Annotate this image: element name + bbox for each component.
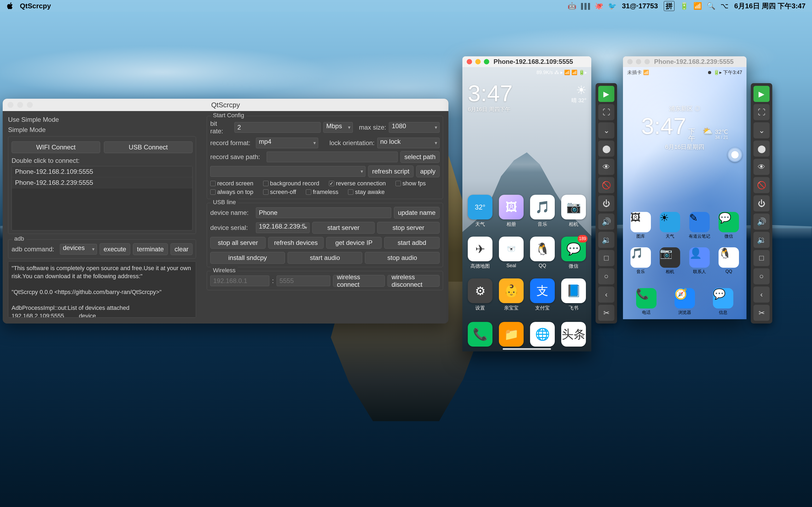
wifi-connect-button[interactable]: WIFI Connect [11,142,100,153]
stop-all-server-button[interactable]: stop all server [210,237,265,249]
cut-icon[interactable]: ✂ [754,305,770,321]
bird-icon[interactable]: 🐦 [608,2,616,10]
close-icon[interactable] [627,59,632,64]
bitrate-unit-select[interactable]: Mbps [323,122,353,133]
app-icon[interactable]: 🐧 [719,247,739,268]
power-icon[interactable]: ⏻ [754,195,770,211]
circle-icon[interactable]: ○ [754,268,770,284]
app-icon[interactable]: 💬189 [561,237,586,261]
qtscrcpy-titlebar[interactable]: QtScrcpy [3,99,448,111]
app-Seal[interactable]: 🐻‍❄️Seal [498,237,524,269]
app-icon[interactable]: 32° [468,195,493,219]
stay-awake-checkbox[interactable]: stay awake [348,188,385,195]
record-format-select[interactable]: mp4 [256,137,318,148]
app-亲宝宝[interactable]: 👶亲宝宝 [498,278,524,311]
app-dock[interactable]: 🌐 [529,322,555,347]
back-icon[interactable]: ‹ [598,286,614,302]
record-save-path-input[interactable] [267,152,398,162]
always-on-top-checkbox[interactable]: always on top [210,188,253,195]
wireless-connect-button[interactable]: wireless connect [333,275,385,287]
app-相机[interactable]: 📷相机 [561,195,587,227]
stop-server-button[interactable]: stop server [377,222,440,234]
minimize-icon[interactable] [475,59,480,64]
fullscreen-icon[interactable]: ⛶ [754,104,770,120]
search-icon[interactable]: 🔍 [707,2,715,10]
max-size-select[interactable]: 1080 [389,122,440,133]
battery-icon[interactable]: 🔋 [680,2,688,10]
app-相机[interactable]: 📷相机 [659,247,681,275]
app-浏览器[interactable]: 🧭浏览器 [670,288,699,316]
ime-indicator[interactable]: 拼 [664,1,674,11]
apple-logo-icon[interactable] [6,2,14,10]
app-有道云笔记[interactable]: ✎有道云笔记 [688,212,711,239]
execute-button[interactable]: execute [100,243,130,255]
list-item[interactable]: Phone-192.168.2.239:5555 [12,177,192,188]
phone2-titlebar[interactable]: Phone-192.168.2.239:5555 [623,56,747,67]
fullscreen-icon[interactable]: ⛶ [598,104,614,120]
wireless-disconnect-button[interactable]: wireless disconnect [388,275,440,287]
adb-command-select[interactable]: devices [60,244,97,255]
app-dock[interactable]: 头条 [561,322,587,347]
update-name-button[interactable]: update name [394,207,440,219]
app-dock[interactable]: 📞 [467,322,493,347]
device-name-input[interactable] [256,207,391,218]
control-center-icon[interactable]: ⌥ [721,2,728,10]
app-QQ[interactable]: 🐧QQ [718,247,740,275]
app-微信[interactable]: 💬微信 [718,212,740,239]
app-天气[interactable]: ☀天气 [659,212,681,239]
minimize-icon[interactable] [636,59,641,64]
app-icon[interactable]: ☀ [660,212,680,232]
vol-down-icon[interactable]: 🔉 [754,232,770,248]
use-simple-mode-label[interactable]: Use Simple Mode [8,116,196,123]
zoom-icon[interactable] [27,102,33,108]
square-icon[interactable]: □ [754,250,770,266]
vol-up-icon[interactable]: 🔊 [598,214,614,230]
app-音乐[interactable]: 🎵音乐 [629,247,652,275]
square-icon[interactable]: □ [598,250,614,266]
app-icon[interactable]: 📁 [499,322,524,347]
app-icon[interactable]: 🧭 [674,288,695,308]
bitrate-input[interactable] [235,122,321,133]
app-icon[interactable]: 📷 [561,195,586,219]
app-icon[interactable]: ✈ [468,237,493,261]
app-icon[interactable]: ✎ [689,212,710,232]
cut-icon[interactable]: ✂ [598,305,614,321]
run-icon[interactable]: ▶ [754,86,770,102]
frameless-checkbox[interactable]: frameless [306,188,338,195]
app-icon[interactable]: 💬 [719,212,739,232]
script-select[interactable] [210,166,365,177]
menubar-datetime[interactable]: 6月16日 周四 下午3:47 [734,1,806,11]
refresh-script-button[interactable]: refresh script [368,166,413,177]
install-sndcpy-button[interactable]: install sndcpy [210,252,285,264]
app-icon[interactable]: 👤 [689,247,710,268]
app-高德地图[interactable]: ✈高德地图 [467,237,493,269]
wireless-ip-input[interactable] [210,276,269,286]
app-图库[interactable]: 🖼图库 [629,212,652,239]
run-icon[interactable]: ▶ [598,86,614,102]
start-adbd-button[interactable]: start adbd [384,237,440,249]
minimize-icon[interactable] [17,102,23,108]
device-listbox[interactable]: Phone-192.168.2.109:5555 Phone-192.168.2… [11,166,193,230]
menubar-app-name[interactable]: QtScrcpy [20,2,51,10]
show-fps-checkbox[interactable]: show fps [396,180,426,187]
app-icon[interactable]: 🎵 [530,195,555,219]
select-path-button[interactable]: select path [400,151,440,163]
app-音乐[interactable]: 🎵音乐 [529,195,555,227]
terminate-button[interactable]: terminate [133,243,168,255]
start-server-button[interactable]: start server [312,222,374,234]
app-dock[interactable]: 📁 [498,322,524,347]
bars-icon[interactable]: ∥∥∥ [581,2,589,10]
circle-icon[interactable]: ○ [598,268,614,284]
app-相册[interactable]: 🖼相册 [498,195,524,227]
reverse-connection-checkbox[interactable]: ✓reverse connection [329,180,386,187]
record-icon[interactable]: ⬤ [598,140,614,157]
app-icon[interactable]: 💬 [713,288,733,308]
zoom-icon[interactable] [645,59,650,64]
app-微信[interactable]: 💬189微信 [561,237,587,269]
power-icon[interactable]: ⏻ [598,195,614,211]
lock-orientation-select[interactable]: no lock [377,137,440,148]
app-icon[interactable]: 📷 [660,247,680,268]
wifi-icon[interactable]: 📶 [694,2,701,10]
chevron-down-icon[interactable]: ⌄ [754,122,770,138]
record-screen-checkbox[interactable]: record screen [210,180,253,187]
